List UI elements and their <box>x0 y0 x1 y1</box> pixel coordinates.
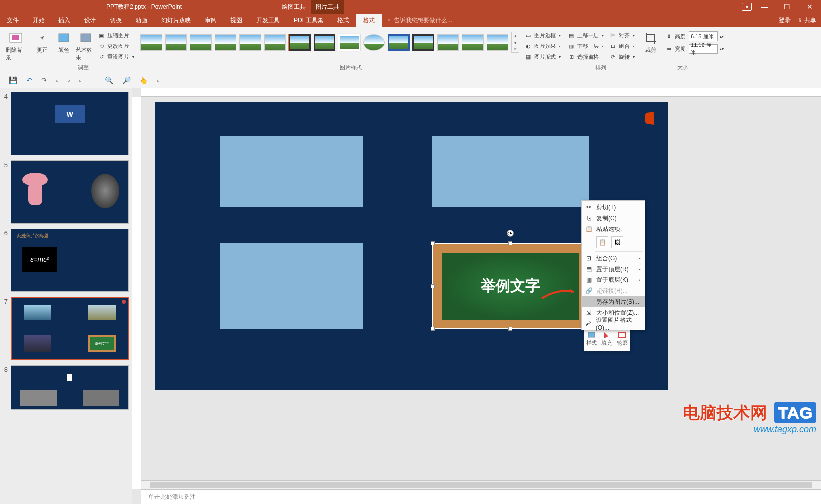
slide-thumbnail-7-selected[interactable]: 举例文字 <box>11 297 129 360</box>
remove-bg-icon <box>8 30 24 46</box>
style-preset[interactable] <box>437 34 459 51</box>
style-preset[interactable] <box>388 34 410 51</box>
redo-icon[interactable]: ↷ <box>41 76 47 84</box>
ctx-bring-front[interactable]: ▤置于顶层(R)▸ <box>582 264 645 275</box>
ctx-copy[interactable]: ⎘复制(C) <box>582 213 645 224</box>
paste-option-1[interactable]: 📋 <box>596 236 608 248</box>
picture-styles-gallery[interactable]: ▴▾≡ <box>140 29 519 53</box>
ctx-format-picture[interactable]: 🖌设置图片格式(O)... <box>582 318 645 329</box>
notes-pane[interactable]: 单击此处添加备注 <box>141 489 821 504</box>
resize-handle[interactable] <box>508 327 512 331</box>
tab-developer[interactable]: 开发工具 <box>249 14 287 27</box>
qat-icon[interactable]: ▫ <box>79 76 81 84</box>
rotate-button[interactable]: ⟳旋转▾ <box>609 51 635 62</box>
style-preset[interactable] <box>338 34 360 51</box>
picture-cityscape[interactable] <box>220 243 363 329</box>
height-field[interactable]: ⇕高度:6.15 厘米▴▾ <box>665 31 724 42</box>
height-input[interactable]: 6.15 厘米 <box>689 31 718 41</box>
notes-placeholder: 单击此处添加备注 <box>148 493 196 501</box>
picture-border-button[interactable]: ▭图片边框▾ <box>524 30 561 41</box>
qat-icon[interactable]: 👆 <box>139 76 148 84</box>
share-button[interactable]: ⇪共享 <box>798 16 816 25</box>
qat-icon[interactable]: ▫ <box>67 76 70 84</box>
maximize-button[interactable]: ☐ <box>775 0 798 14</box>
ctx-group[interactable]: ⊡组合(G)▸ <box>582 253 645 264</box>
picture-tools-tab[interactable]: 图片工具 <box>311 0 344 14</box>
picture-effects-button[interactable]: ◐图片效果▾ <box>524 41 561 51</box>
resize-handle[interactable] <box>431 241 435 245</box>
close-button[interactable]: ✕ <box>798 0 821 14</box>
artistic-effects-button[interactable]: 艺术效果 <box>76 29 95 61</box>
slide-thumbnail-8[interactable] <box>11 365 129 410</box>
resize-handle[interactable] <box>431 284 435 288</box>
width-input[interactable]: 11.16 厘米 <box>689 44 718 54</box>
annotation-arrow-icon <box>539 286 579 301</box>
qat-icon[interactable]: 🔍 <box>105 76 113 84</box>
bring-forward-button[interactable]: ▤上移一层▾ <box>567 30 604 41</box>
minimize-button[interactable]: — <box>753 0 775 14</box>
rotate-handle[interactable]: ⟳ <box>507 230 514 237</box>
slide-thumbnail-4[interactable]: W <box>11 92 129 155</box>
reset-picture-button[interactable]: ↺重设图片▾ <box>97 51 134 62</box>
tab-slideshow[interactable]: 幻灯片放映 <box>154 14 198 27</box>
change-picture-button[interactable]: ⟲更改图片 <box>97 41 134 51</box>
style-preset[interactable] <box>314 34 335 51</box>
style-preset[interactable] <box>412 34 434 51</box>
ctx-cut[interactable]: ✂剪切(T) <box>582 202 645 213</box>
undo-icon[interactable]: ↶ <box>26 76 32 84</box>
tab-insert[interactable]: 插入 <box>51 14 77 27</box>
selection-pane-button[interactable]: ⊞选择窗格 <box>567 51 604 62</box>
tab-file[interactable]: 文件 <box>0 14 26 27</box>
tab-review[interactable]: 审阅 <box>198 14 224 27</box>
qat-icon[interactable]: ▫ <box>157 76 159 84</box>
qat-icon[interactable]: 🔎 <box>122 76 131 84</box>
login-button[interactable]: 登录 <box>779 16 791 25</box>
tab-pdf[interactable]: PDF工具集 <box>287 14 330 27</box>
compress-picture-button[interactable]: ▣压缩图片 <box>97 30 134 41</box>
style-preset[interactable] <box>190 34 212 51</box>
paste-option-2[interactable]: 🖼 <box>611 236 623 248</box>
save-icon[interactable]: 💾 <box>9 76 17 84</box>
tell-me-search[interactable]: ♀ 告诉我您想要做什么... <box>387 14 452 27</box>
ctx-save-as-picture[interactable]: 另存为图片(S)... <box>582 296 645 307</box>
tab-format-picture[interactable]: 格式 <box>356 14 382 27</box>
style-preset[interactable] <box>363 34 385 51</box>
picture-mountain[interactable] <box>220 136 363 207</box>
style-preset[interactable] <box>215 34 236 51</box>
picture-lake-trees[interactable] <box>432 136 589 207</box>
horizontal-scrollbar[interactable] <box>141 480 821 489</box>
gallery-expand[interactable]: ▴▾≡ <box>511 32 519 53</box>
ribbon-display-options-icon[interactable]: ▾ <box>742 3 752 11</box>
style-preset[interactable] <box>264 34 286 51</box>
tab-transitions[interactable]: 切换 <box>103 14 129 27</box>
remove-background-button[interactable]: 删除背景 <box>6 29 26 61</box>
style-preset-selected[interactable] <box>289 34 311 51</box>
slide-thumbnails-panel[interactable]: 4 W 5 6 此处照片的标题 ε=mc² 7 举例文字 8 <box>0 88 132 504</box>
style-preset[interactable] <box>487 34 508 51</box>
drawing-tools-tab[interactable]: 绘图工具 <box>277 0 311 14</box>
slide-thumbnail-6[interactable]: 此处照片的标题 ε=mc² <box>11 229 129 292</box>
resize-handle[interactable] <box>431 327 435 331</box>
tab-animations[interactable]: 动画 <box>129 14 154 27</box>
style-preset[interactable] <box>165 34 187 51</box>
ctx-send-back[interactable]: ▥置于底层(K)▸ <box>582 275 645 285</box>
send-backward-button[interactable]: ▥下移一层▾ <box>567 41 604 51</box>
style-preset[interactable] <box>239 34 261 51</box>
align-button[interactable]: ⊫对齐▾ <box>609 30 635 41</box>
corrections-button[interactable]: ☀更正 <box>32 29 52 54</box>
crop-button[interactable]: 裁剪 <box>641 29 661 54</box>
tab-format-drawing[interactable]: 格式 <box>330 14 356 27</box>
group-objects-button[interactable]: ⊡组合▾ <box>609 41 635 51</box>
tab-view[interactable]: 视图 <box>224 14 249 27</box>
style-preset[interactable] <box>462 34 484 51</box>
color-button[interactable]: 颜色 <box>54 29 74 54</box>
tab-design[interactable]: 设计 <box>77 14 103 27</box>
tab-home[interactable]: 开始 <box>26 14 51 27</box>
resize-handle[interactable] <box>508 241 512 245</box>
slide-thumbnail-5[interactable] <box>11 160 129 224</box>
qat-icon[interactable]: ▫ <box>56 76 58 84</box>
ribbon: 删除背景 ☀更正 颜色 艺术效果 ▣压缩图片 ⟲更改图片 ↺重设图片▾ 调整 <box>0 27 821 72</box>
width-field[interactable]: ⇔宽度:11.16 厘米▴▾ <box>665 44 724 54</box>
style-preset[interactable] <box>140 34 162 51</box>
picture-layout-button[interactable]: ▦图片版式▾ <box>524 51 561 62</box>
